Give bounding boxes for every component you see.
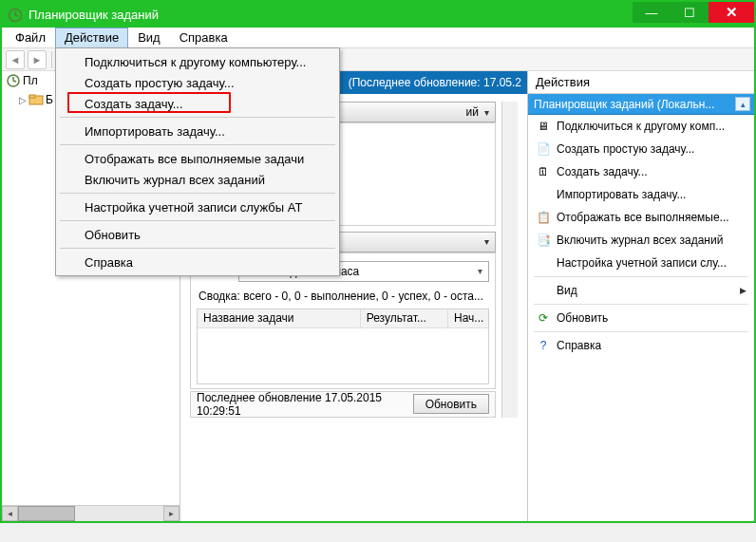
menu-separator bbox=[60, 144, 335, 145]
clock-icon bbox=[8, 8, 23, 23]
menu-at-account[interactable]: Настройка учетной записи службы AT bbox=[58, 196, 337, 217]
action-show-running[interactable]: 📋 Отображать все выполняемые... bbox=[528, 206, 754, 229]
menu-label: Включить журнал всех заданий bbox=[85, 173, 265, 187]
minimize-button[interactable]: — bbox=[633, 2, 671, 23]
actions-pane: Действия Планировщик заданий (Локальн...… bbox=[528, 71, 754, 521]
summary-header-text: (Последнее обновление: 17.05.2 bbox=[349, 76, 521, 89]
tree-library-label: Б bbox=[46, 93, 53, 106]
state-grid: Название задачи Результат... Нач... bbox=[197, 308, 489, 384]
hscroll-track[interactable] bbox=[18, 506, 163, 521]
actions-separator bbox=[534, 276, 748, 277]
action-label: Справка bbox=[557, 339, 601, 352]
folder-icon bbox=[28, 92, 44, 107]
menu-refresh[interactable]: Обновить bbox=[58, 224, 337, 245]
window-controls: — ☐ ✕ bbox=[633, 2, 754, 23]
nav-back-button[interactable]: ◄ bbox=[6, 50, 25, 69]
menu-label: Справка bbox=[85, 255, 133, 270]
list-icon: 📋 bbox=[536, 210, 551, 225]
view-icon bbox=[536, 283, 551, 298]
menu-create-basic[interactable]: Создать простую задачу... bbox=[58, 72, 337, 93]
actions-context-label: Планировщик заданий (Локальн... bbox=[534, 98, 714, 111]
status-bar: Последнее обновление 17.05.2015 10:29:51… bbox=[190, 391, 496, 418]
col-start[interactable]: Нач... bbox=[448, 309, 488, 327]
col-task-name[interactable]: Название задачи bbox=[198, 309, 361, 327]
action-label: Включить журнал всех заданий bbox=[557, 234, 723, 247]
menu-label: Импортировать задачу... bbox=[85, 124, 225, 139]
menu-label: Подключиться к другому компьютеру... bbox=[85, 55, 306, 69]
menu-show-running[interactable]: Отображать все выполняемые задачи bbox=[58, 148, 337, 169]
refresh-button[interactable]: Обновить bbox=[413, 394, 489, 414]
hscroll-right-icon[interactable]: ► bbox=[163, 506, 180, 521]
menu-help[interactable]: Справка bbox=[58, 252, 337, 272]
action-connect[interactable]: 🖥 Подключиться к другому комп... bbox=[528, 115, 754, 138]
menu-label: Отображать все выполняемые задачи bbox=[85, 152, 304, 166]
window-title: Планировщик заданий bbox=[28, 8, 159, 22]
menu-label: Обновить bbox=[85, 228, 141, 242]
action-dropdown-menu: Подключиться к другому компьютеру... Соз… bbox=[55, 47, 340, 276]
log-icon: 📑 bbox=[536, 233, 551, 248]
menu-help[interactable]: Справка bbox=[170, 28, 237, 47]
menu-connect[interactable]: Подключиться к другому компьютеру... bbox=[58, 51, 337, 72]
menu-view[interactable]: Вид bbox=[128, 28, 170, 47]
menu-file[interactable]: Файл bbox=[6, 28, 55, 47]
action-label: Создать простую задачу... bbox=[557, 142, 694, 156]
import-icon bbox=[536, 187, 551, 202]
annotation-highlight bbox=[67, 92, 231, 113]
menu-import[interactable]: Импортировать задачу... bbox=[58, 121, 337, 141]
chevron-down-icon: ▾ bbox=[484, 236, 489, 247]
action-label: Отображать все выполняемые... bbox=[557, 211, 729, 224]
menu-enable-log[interactable]: Включить журнал всех заданий bbox=[58, 169, 337, 190]
action-at-account[interactable]: Настройка учетной записи слу... bbox=[528, 252, 754, 274]
task-icon: 🗓 bbox=[536, 164, 551, 179]
toolbar-separator bbox=[51, 51, 52, 68]
chevron-down-icon: ▾ bbox=[484, 107, 489, 118]
titlebar: Планировщик заданий — ☐ ✕ bbox=[2, 2, 754, 28]
action-label: Подключиться к другому комп... bbox=[557, 120, 725, 133]
action-label: Обновить bbox=[557, 311, 608, 325]
computer-icon: 🖥 bbox=[536, 119, 551, 134]
status-text: Последнее обновление 17.05.2015 10:29:51 bbox=[197, 391, 413, 418]
close-button[interactable]: ✕ bbox=[709, 2, 754, 23]
svg-rect-7 bbox=[29, 95, 35, 98]
action-label: Импортировать задачу... bbox=[557, 188, 686, 201]
wizard-icon: 📄 bbox=[536, 141, 551, 157]
settings-icon bbox=[536, 255, 551, 271]
help-icon: ? bbox=[536, 338, 551, 353]
action-create-task[interactable]: 🗓 Создать задачу... bbox=[528, 160, 754, 183]
nav-forward-button[interactable]: ► bbox=[28, 50, 47, 69]
action-label: Создать задачу... bbox=[557, 165, 648, 178]
hscroll-left-icon[interactable]: ◄ bbox=[2, 506, 18, 521]
menu-separator bbox=[60, 193, 335, 194]
clock-icon bbox=[6, 73, 21, 88]
menu-separator bbox=[60, 117, 335, 118]
svg-line-5 bbox=[13, 81, 16, 82]
state-grid-header: Название задачи Результат... Нач... bbox=[198, 309, 488, 328]
tree-hscrollbar[interactable]: ◄ ► bbox=[2, 505, 180, 521]
col-result[interactable]: Результат... bbox=[361, 309, 448, 327]
actions-separator bbox=[534, 304, 748, 305]
refresh-icon: ⟳ bbox=[536, 310, 551, 326]
action-view[interactable]: Вид ▶ bbox=[528, 279, 754, 302]
menu-label: Настройка учетной записи службы AT bbox=[85, 200, 302, 215]
chevron-right-icon: ▶ bbox=[740, 286, 747, 295]
action-create-basic[interactable]: 📄 Создать простую задачу... bbox=[528, 138, 754, 160]
menu-label: Создать простую задачу... bbox=[85, 76, 235, 90]
actions-title: Действия bbox=[528, 71, 754, 94]
menubar: Файл Действие Вид Справка bbox=[2, 28, 754, 48]
actions-context-header[interactable]: Планировщик заданий (Локальн... ▴ bbox=[528, 94, 754, 115]
tree-expand-icon[interactable]: ▷ bbox=[19, 95, 27, 105]
menu-separator bbox=[60, 248, 335, 249]
action-label: Настройка учетной записи слу... bbox=[557, 256, 727, 270]
action-help[interactable]: ? Справка bbox=[528, 334, 754, 357]
action-enable-log[interactable]: 📑 Включить журнал всех заданий bbox=[528, 229, 754, 252]
action-refresh[interactable]: ⟳ Обновить bbox=[528, 307, 754, 329]
menu-action[interactable]: Действие bbox=[55, 28, 128, 47]
summary-vscrollbar[interactable] bbox=[501, 102, 518, 418]
action-label: Вид bbox=[557, 284, 577, 297]
svg-line-2 bbox=[15, 15, 18, 16]
hscroll-thumb[interactable] bbox=[18, 506, 75, 521]
collapse-arrow-icon[interactable]: ▴ bbox=[735, 97, 750, 111]
maximize-button[interactable]: ☐ bbox=[671, 2, 709, 23]
action-import[interactable]: Импортировать задачу... bbox=[528, 183, 754, 206]
actions-separator bbox=[534, 331, 748, 332]
